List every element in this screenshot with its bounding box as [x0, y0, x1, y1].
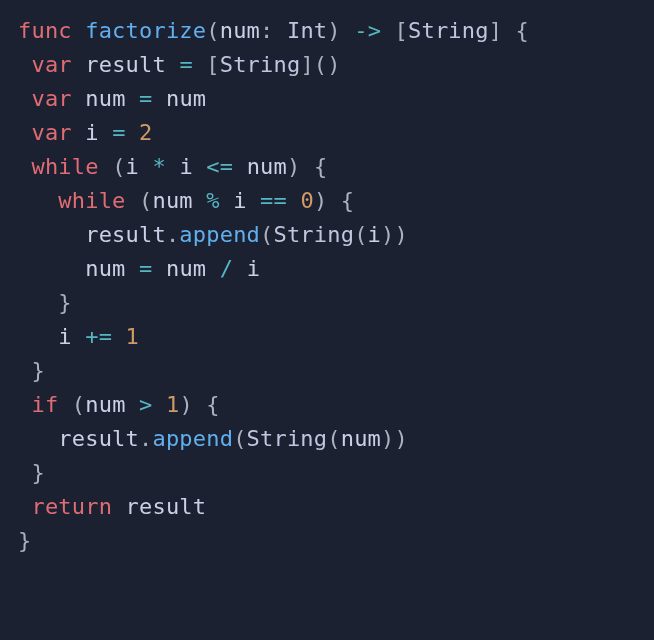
keyword-if: if — [31, 392, 58, 417]
type-string: String — [247, 426, 328, 451]
number-literal: 1 — [166, 392, 179, 417]
identifier: num — [166, 256, 206, 281]
identifier: num — [166, 86, 206, 111]
identifier: num — [247, 154, 287, 179]
code-line: } — [18, 460, 45, 485]
code-line: func factorize(num: Int) -> [String] { — [18, 18, 529, 43]
identifier: result — [85, 222, 166, 247]
code-line: result.append(String(num)) — [18, 426, 408, 451]
number-literal: 1 — [126, 324, 139, 349]
op-assign: = — [139, 256, 152, 281]
keyword-while: while — [31, 154, 98, 179]
op-le: <= — [206, 154, 233, 179]
keyword-var: var — [31, 52, 71, 77]
identifier: i — [247, 256, 260, 281]
code-block: func factorize(num: Int) -> [String] { v… — [0, 0, 654, 572]
op-eqeq: == — [260, 188, 287, 213]
code-line: var num = num — [18, 86, 206, 111]
function-name: factorize — [85, 18, 206, 43]
op-assign: = — [112, 120, 125, 145]
identifier: i — [368, 222, 381, 247]
code-line: result.append(String(i)) — [18, 222, 408, 247]
type-int: Int — [287, 18, 327, 43]
code-line: i += 1 — [18, 324, 139, 349]
op-mod: % — [206, 188, 219, 213]
keyword-while: while — [58, 188, 125, 213]
identifier: i — [233, 188, 246, 213]
code-line: var result = [String]() — [18, 52, 341, 77]
code-line: } — [18, 528, 31, 553]
identifier: num — [85, 86, 125, 111]
op-div: / — [220, 256, 233, 281]
method-append: append — [152, 426, 233, 451]
code-line: var i = 2 — [18, 120, 153, 145]
op-star: * — [153, 154, 166, 179]
identifier: i — [126, 154, 139, 179]
identifier: result — [85, 52, 166, 77]
code-line: return result — [18, 494, 206, 519]
keyword-func: func — [18, 18, 72, 43]
keyword-var: var — [31, 120, 71, 145]
identifier: num — [152, 188, 192, 213]
keyword-var: var — [31, 86, 71, 111]
type-string: String — [408, 18, 489, 43]
number-literal: 0 — [300, 188, 313, 213]
identifier: num — [85, 256, 125, 281]
arrow: -> — [354, 18, 381, 43]
method-append: append — [179, 222, 260, 247]
identifier: num — [85, 392, 125, 417]
op-pluseq: += — [85, 324, 112, 349]
op-assign: = — [139, 86, 152, 111]
identifier: i — [179, 154, 192, 179]
identifier: i — [58, 324, 71, 349]
identifier: num — [341, 426, 381, 451]
code-line: while (i * i <= num) { — [18, 154, 327, 179]
code-line: } — [18, 290, 72, 315]
type-string: String — [273, 222, 354, 247]
param-name: num — [220, 18, 260, 43]
code-line: num = num / i — [18, 256, 260, 281]
code-line: while (num % i == 0) { — [18, 188, 354, 213]
identifier: result — [126, 494, 207, 519]
type-string: String — [220, 52, 301, 77]
op-gt: > — [139, 392, 152, 417]
identifier: i — [85, 120, 98, 145]
identifier: result — [58, 426, 139, 451]
number-literal: 2 — [139, 120, 152, 145]
code-line: } — [18, 358, 45, 383]
code-line: if (num > 1) { — [18, 392, 220, 417]
op-assign: = — [179, 52, 192, 77]
keyword-return: return — [31, 494, 112, 519]
